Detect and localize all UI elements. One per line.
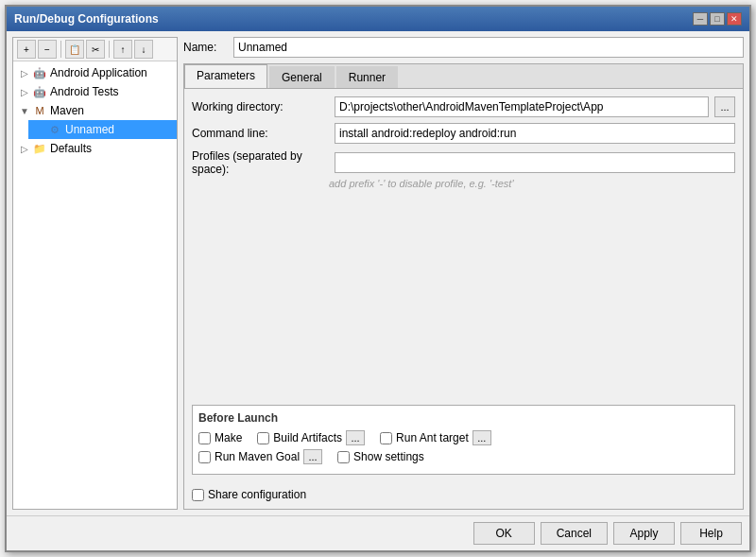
- maven-icon: M: [32, 103, 47, 118]
- dialog-title: Run/Debug Configurations: [14, 12, 159, 26]
- tab-parameters[interactable]: Parameters: [184, 64, 267, 88]
- android-application-icon: 🤖: [32, 65, 47, 80]
- tree-label-android-application: Android Application: [50, 66, 147, 79]
- launch-row-2: Run Maven Goal ... Show settings: [198, 449, 729, 464]
- tree-item-defaults[interactable]: ▷ 📁 Defaults: [13, 139, 177, 158]
- working-directory-label: Working directory:: [192, 100, 329, 113]
- title-bar-controls: ─ □ ✕: [693, 12, 742, 26]
- toolbar-separator2: [109, 41, 110, 58]
- maximize-button[interactable]: □: [710, 12, 725, 26]
- command-line-row: Command line:: [192, 123, 735, 144]
- run-ant-button[interactable]: ...: [472, 430, 491, 445]
- minimize-button[interactable]: ─: [693, 12, 708, 26]
- name-row: Name:: [183, 37, 744, 58]
- tree-label-maven: Maven: [50, 104, 84, 117]
- build-artifacts-checkbox-item[interactable]: Build Artifacts ...: [257, 430, 365, 445]
- tab-runner[interactable]: Runner: [336, 66, 398, 88]
- android-tests-icon: 🤖: [32, 84, 47, 99]
- close-button[interactable]: ✕: [727, 12, 742, 26]
- tab-general[interactable]: General: [269, 66, 335, 88]
- make-checkbox[interactable]: [198, 432, 211, 444]
- copy-config-button[interactable]: 📋: [65, 40, 84, 59]
- tree-item-maven[interactable]: ▼ M Maven: [13, 101, 177, 120]
- expand-icon-defaults: ▷: [17, 144, 32, 154]
- help-button[interactable]: Help: [680, 522, 742, 545]
- build-artifacts-button[interactable]: ...: [346, 430, 365, 445]
- dialog-body: + − 📋 ✂ ↑ ↓ ▷ 🤖 Android Application ▷: [7, 31, 749, 515]
- left-panel: + − 📋 ✂ ↑ ↓ ▷ 🤖 Android Application ▷: [12, 37, 178, 510]
- name-label: Name:: [183, 41, 226, 54]
- run-maven-label: Run Maven Goal: [215, 450, 300, 463]
- run-ant-checkbox[interactable]: [380, 432, 392, 444]
- show-settings-checkbox-item[interactable]: Show settings: [337, 450, 424, 463]
- ok-button[interactable]: OK: [473, 522, 535, 545]
- add-config-button[interactable]: +: [17, 40, 36, 59]
- profiles-area: Profiles (separated by space): add prefi…: [192, 149, 735, 189]
- make-checkbox-item[interactable]: Make: [198, 431, 242, 444]
- content-spacer: [192, 195, 735, 399]
- working-directory-input[interactable]: [335, 96, 709, 117]
- profiles-label: Profiles (separated by space):: [192, 149, 329, 176]
- make-label: Make: [215, 431, 242, 444]
- unnamed-config-icon: ⚙: [47, 122, 62, 137]
- profiles-hint: add prefix '-' to disable profile, e.g. …: [329, 178, 735, 189]
- before-launch-section: Before Launch Make Build Artifacts ...: [192, 405, 735, 475]
- tree-label-unnamed: Unnamed: [65, 123, 114, 136]
- show-settings-checkbox[interactable]: [337, 451, 350, 463]
- command-line-label: Command line:: [192, 127, 329, 140]
- move-config-button[interactable]: ✂: [86, 40, 105, 59]
- name-input[interactable]: [233, 37, 744, 58]
- expand-icon-android-tests: ▷: [17, 87, 32, 97]
- run-ant-checkbox-item[interactable]: Run Ant target ...: [380, 430, 491, 445]
- tree-label-android-tests: Android Tests: [50, 85, 119, 98]
- tree-item-android-tests[interactable]: ▷ 🤖 Android Tests: [13, 82, 177, 101]
- defaults-icon: 📁: [32, 141, 47, 156]
- right-panel: Name: Parameters General Runner Working …: [183, 37, 744, 510]
- tab-content-parameters: Working directory: ... Command line: Pro…: [184, 89, 743, 509]
- title-bar: Run/Debug Configurations ─ □ ✕: [7, 7, 749, 31]
- expand-icon-maven: ▼: [17, 106, 32, 116]
- run-maven-button[interactable]: ...: [303, 449, 322, 464]
- run-maven-checkbox[interactable]: [198, 451, 211, 463]
- working-directory-browse-button[interactable]: ...: [714, 96, 735, 117]
- apply-button[interactable]: Apply: [613, 522, 675, 545]
- dialog-footer: OK Cancel Apply Help: [7, 515, 749, 550]
- run-maven-checkbox-item[interactable]: Run Maven Goal ...: [198, 449, 322, 464]
- tree-item-unnamed[interactable]: ⚙ Unnamed: [28, 120, 177, 139]
- profiles-row: Profiles (separated by space):: [192, 149, 735, 176]
- share-row: Share configuration: [192, 488, 735, 501]
- tree-item-android-application[interactable]: ▷ 🤖 Android Application: [13, 63, 177, 82]
- move-down-button[interactable]: ↓: [134, 40, 153, 59]
- move-up-button[interactable]: ↑: [113, 40, 132, 59]
- remove-config-button[interactable]: −: [38, 40, 57, 59]
- cancel-button[interactable]: Cancel: [541, 522, 608, 545]
- before-launch-title: Before Launch: [198, 411, 729, 425]
- tab-bar: Parameters General Runner: [184, 64, 743, 89]
- tabs-container: Parameters General Runner Working direct…: [183, 63, 744, 510]
- run-ant-label: Run Ant target: [396, 431, 469, 444]
- profiles-input[interactable]: [335, 152, 735, 173]
- expand-icon-android: ▷: [17, 68, 32, 78]
- share-configuration-label: Share configuration: [208, 488, 306, 501]
- working-directory-row: Working directory: ...: [192, 96, 735, 117]
- tree-label-defaults: Defaults: [50, 142, 92, 155]
- build-artifacts-label: Build Artifacts: [273, 431, 342, 444]
- share-configuration-checkbox[interactable]: [192, 489, 204, 501]
- toolbar-separator: [60, 41, 61, 58]
- launch-row-1: Make Build Artifacts ... Run Ant target …: [198, 430, 729, 445]
- configuration-tree: ▷ 🤖 Android Application ▷ 🤖 Android Test…: [13, 61, 177, 160]
- tree-toolbar: + − 📋 ✂ ↑ ↓: [13, 38, 177, 61]
- tree-children-maven: ⚙ Unnamed: [13, 120, 177, 139]
- show-settings-label: Show settings: [353, 450, 424, 463]
- build-artifacts-checkbox[interactable]: [257, 432, 269, 444]
- command-line-input[interactable]: [335, 123, 735, 144]
- run-debug-dialog: Run/Debug Configurations ─ □ ✕ + − 📋 ✂ ↑…: [5, 5, 751, 552]
